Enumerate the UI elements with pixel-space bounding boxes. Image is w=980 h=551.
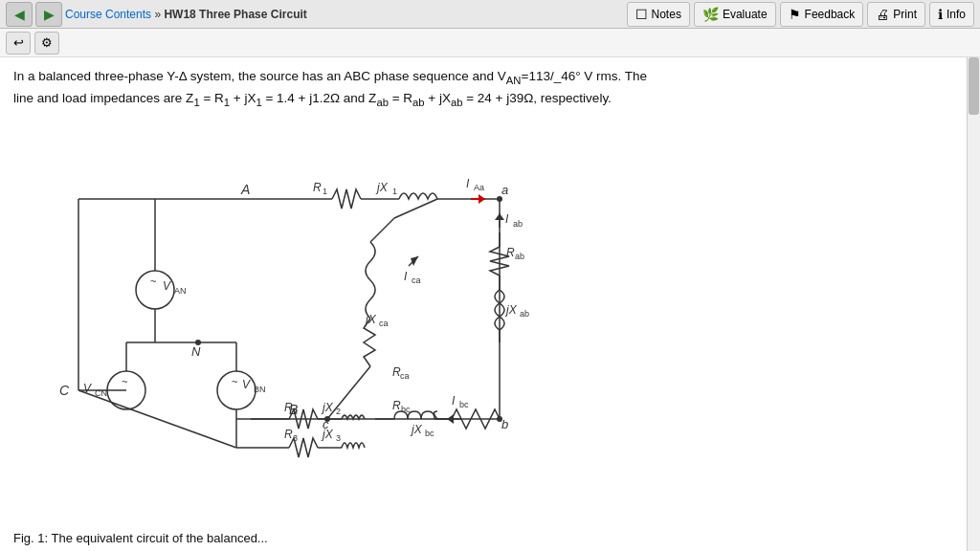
svg-text:A: A xyxy=(240,182,250,197)
svg-text:R: R xyxy=(392,399,401,412)
svg-text:ab: ab xyxy=(515,252,524,261)
svg-text:a: a xyxy=(501,183,508,197)
svg-text:jX: jX xyxy=(504,303,518,317)
svg-text:I: I xyxy=(466,177,470,190)
info-icon: ℹ xyxy=(938,7,943,22)
back-button[interactable]: ◀ xyxy=(6,2,33,27)
svg-text:~: ~ xyxy=(232,376,237,387)
svg-line-96 xyxy=(78,390,236,448)
evaluate-button[interactable]: 🌿 Evaluate xyxy=(694,2,776,27)
info-button[interactable]: ℹ Info xyxy=(929,2,974,27)
svg-text:ca: ca xyxy=(400,371,410,381)
feedback-icon: ⚑ xyxy=(789,7,801,22)
problem-statement: In a balanced three-phase Y-Δ system, th… xyxy=(13,67,967,111)
svg-text:jX: jX xyxy=(321,401,334,414)
print-label: Print xyxy=(893,8,917,21)
print-icon: 🖨 xyxy=(876,7,889,22)
notes-button[interactable]: ☐ Notes xyxy=(627,2,690,27)
evaluate-icon: 🌿 xyxy=(702,7,719,22)
svg-line-81 xyxy=(394,199,437,218)
svg-text:b: b xyxy=(501,417,508,431)
figure-caption: Fig. 1: The equivalent circuit of the ba… xyxy=(13,531,268,545)
svg-text:ab: ab xyxy=(513,219,523,229)
notes-label: Notes xyxy=(652,8,681,21)
svg-text:I: I xyxy=(404,270,408,283)
svg-text:Aa: Aa xyxy=(474,183,484,192)
svg-text:R: R xyxy=(313,181,322,194)
svg-text:C: C xyxy=(59,383,70,398)
svg-text:ca: ca xyxy=(412,276,421,285)
svg-text:N: N xyxy=(191,344,201,359)
feedback-label: Feedback xyxy=(805,8,856,21)
svg-line-79 xyxy=(327,366,370,419)
svg-text:AN: AN xyxy=(174,286,187,296)
svg-text:I: I xyxy=(452,394,456,408)
svg-text:~: ~ xyxy=(122,376,127,387)
svg-text:R: R xyxy=(284,428,293,441)
svg-text:bc: bc xyxy=(425,429,434,438)
svg-text:V: V xyxy=(163,279,171,293)
svg-text:BN: BN xyxy=(254,385,266,394)
svg-text:ab: ab xyxy=(520,309,529,319)
circuit-svg: ~ V AN N ~ V BN ~ xyxy=(31,122,949,486)
settings-button[interactable]: ⚙ xyxy=(34,32,59,55)
notes-icon: ☐ xyxy=(635,7,648,22)
forward-button[interactable]: ▶ xyxy=(35,2,62,27)
circuit-diagram: ~ V AN N ~ V BN ~ xyxy=(13,122,967,486)
breadcrumb-separator: » xyxy=(154,8,164,21)
svg-text:ca: ca xyxy=(379,319,389,328)
svg-text:1: 1 xyxy=(392,187,397,196)
svg-text:jX: jX xyxy=(410,423,423,436)
svg-text:bc: bc xyxy=(459,400,469,409)
undo-button[interactable]: ↩ xyxy=(6,32,31,55)
secondary-toolbar: ↩ ⚙ xyxy=(0,29,980,57)
breadcrumb-current: HW18 Three Phase Circuit xyxy=(164,8,306,21)
topbar: ◀ ▶ Course Contents » HW18 Three Phase C… xyxy=(0,0,980,29)
svg-text:I: I xyxy=(505,212,509,226)
breadcrumb-link[interactable]: Course Contents xyxy=(65,8,151,21)
svg-text:V: V xyxy=(242,378,251,391)
svg-marker-40 xyxy=(479,194,485,204)
svg-marker-83 xyxy=(411,256,418,266)
svg-text:1: 1 xyxy=(323,187,327,196)
svg-text:R: R xyxy=(284,401,293,414)
svg-text:2: 2 xyxy=(336,407,341,416)
breadcrumb: Course Contents » HW18 Three Phase Circu… xyxy=(65,8,307,21)
info-label: Info xyxy=(947,8,966,21)
feedback-button[interactable]: ⚑ Feedback xyxy=(780,2,864,27)
print-button[interactable]: 🖨 Print xyxy=(867,2,925,27)
svg-marker-52 xyxy=(495,213,504,220)
svg-text:~: ~ xyxy=(150,276,156,287)
svg-text:3: 3 xyxy=(336,433,341,443)
svg-text:jX: jX xyxy=(375,181,389,194)
content-area: In a balanced three-phase Y-Δ system, th… xyxy=(0,57,980,551)
svg-line-80 xyxy=(370,218,394,242)
svg-text:jX: jX xyxy=(321,428,334,441)
scrollbar[interactable] xyxy=(967,57,980,551)
evaluate-label: Evaluate xyxy=(723,8,768,21)
scroll-thumb[interactable] xyxy=(969,57,979,115)
